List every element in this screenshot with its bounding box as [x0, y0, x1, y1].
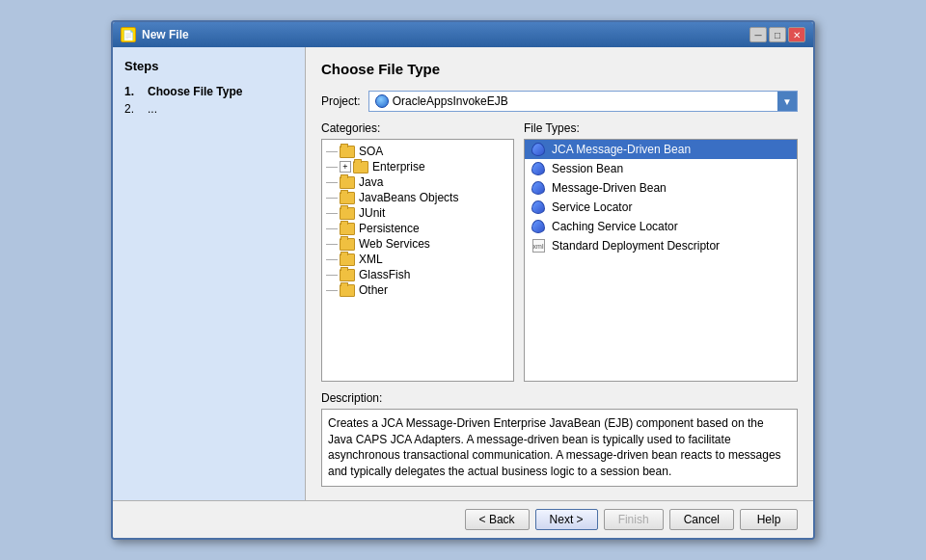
- title-bar: 📄 New File ─ □ ✕: [113, 22, 813, 47]
- category-javabeans[interactable]: JavaBeans Objects: [322, 190, 513, 205]
- category-soa-label: SOA: [359, 145, 383, 158]
- filetype-jca-mdb[interactable]: JCA Message-Driven Bean: [525, 140, 797, 159]
- categories-label: Categories:: [321, 121, 514, 135]
- category-glassfish-label: GlassFish: [359, 268, 410, 281]
- tree-line-java: [326, 182, 338, 183]
- dialog-icon: 📄: [121, 27, 136, 42]
- folder-icon-soa: [340, 146, 355, 158]
- filetype-session-bean-icon: [531, 161, 546, 176]
- filetype-caching-service-locator[interactable]: Caching Service Locator: [525, 217, 797, 236]
- category-webservices[interactable]: Web Services: [322, 236, 513, 252]
- tree-line-soa: [326, 151, 338, 152]
- back-button[interactable]: < Back: [465, 509, 530, 530]
- filetypes-panel: File Types: JCA Message-Driven Bean: [524, 121, 798, 382]
- category-other[interactable]: Other: [322, 282, 513, 298]
- filetype-service-locator-label: Service Locator: [552, 200, 632, 214]
- category-junit[interactable]: JUnit: [322, 205, 513, 221]
- filetype-standard-dd[interactable]: xml Standard Deployment Descriptor: [525, 236, 797, 255]
- category-persistence[interactable]: Persistence: [322, 221, 513, 236]
- filetype-mdb[interactable]: Message-Driven Bean: [525, 178, 797, 198]
- panels-row: Categories: SOA + En: [321, 121, 798, 382]
- project-globe-icon: [375, 94, 389, 108]
- session-bean-icon: [531, 162, 545, 175]
- folder-icon-enterprise: [353, 161, 368, 173]
- project-value: OracleAppsInvokeEJB: [393, 94, 508, 108]
- category-xml-label: XML: [359, 253, 383, 266]
- project-label: Project:: [321, 94, 361, 108]
- category-java-label: Java: [359, 175, 383, 189]
- description-label: Description:: [321, 391, 798, 405]
- step-2-label: ...: [148, 102, 157, 116]
- title-bar-buttons: ─ □ ✕: [749, 27, 805, 42]
- expand-enterprise-button[interactable]: +: [340, 161, 351, 173]
- tree-line-webservices: [326, 244, 338, 245]
- project-row: Project: OracleAppsInvokeEJB ▼: [321, 91, 798, 112]
- category-java[interactable]: Java: [322, 174, 513, 190]
- tree-line-javabeans: [326, 198, 338, 199]
- tree-line-junit: [326, 213, 338, 214]
- mdb-icon: [531, 181, 545, 195]
- category-enterprise[interactable]: + Enterprise: [322, 159, 513, 174]
- category-persistence-label: Persistence: [359, 222, 420, 235]
- filetype-mdb-label: Message-Driven Bean: [552, 181, 667, 195]
- category-soa[interactable]: SOA: [322, 144, 513, 159]
- category-webservices-label: Web Services: [359, 237, 430, 251]
- minimize-button[interactable]: ─: [749, 27, 767, 42]
- dd-file-icon: xml: [532, 239, 545, 253]
- category-xml[interactable]: XML: [322, 252, 513, 267]
- close-button[interactable]: ✕: [788, 27, 805, 42]
- step-1-label: Choose File Type: [148, 85, 242, 98]
- steps-panel: Steps 1. Choose File Type 2. ...: [113, 47, 306, 500]
- filetype-session-bean[interactable]: Session Bean: [525, 159, 797, 178]
- folder-icon-persistence: [340, 223, 355, 235]
- steps-title: Steps: [124, 59, 293, 73]
- dialog-title: New File: [142, 28, 189, 41]
- tree-line-enterprise: [326, 167, 338, 168]
- tree-line-xml: [326, 259, 338, 260]
- cancel-button[interactable]: Cancel: [669, 509, 734, 530]
- folder-icon-junit: [340, 207, 355, 220]
- filetype-jca-mdb-icon: [531, 142, 546, 157]
- file-types-list[interactable]: JCA Message-Driven Bean Session Bean: [524, 139, 798, 382]
- category-other-label: Other: [359, 283, 388, 297]
- tree-line-glassfish: [326, 275, 338, 276]
- new-file-dialog: 📄 New File ─ □ ✕ Steps 1. Choose File Ty…: [111, 20, 815, 540]
- description-section: Description: Creates a JCA Message-Drive…: [321, 391, 798, 487]
- categories-tree[interactable]: SOA + Enterprise J: [321, 139, 514, 382]
- help-button[interactable]: Help: [740, 509, 798, 530]
- category-junit-label: JUnit: [359, 206, 385, 220]
- project-dropdown-arrow[interactable]: ▼: [777, 92, 797, 111]
- filetype-jca-mdb-label: JCA Message-Driven Bean: [552, 143, 691, 156]
- main-title: Choose File Type: [321, 61, 798, 77]
- step-2-num: 2.: [124, 102, 144, 116]
- filetype-standard-dd-label: Standard Deployment Descriptor: [552, 239, 720, 253]
- category-enterprise-label: Enterprise: [372, 160, 425, 173]
- description-text: Creates a JCA Message-Driven Enterprise …: [321, 409, 798, 487]
- folder-icon-xml: [340, 253, 355, 266]
- title-bar-left: 📄 New File: [121, 27, 189, 42]
- main-panel: Choose File Type Project: OracleAppsInvo…: [306, 47, 813, 500]
- maximize-button[interactable]: □: [769, 27, 786, 42]
- tree-line-persistence: [326, 228, 338, 229]
- service-locator-icon: [531, 200, 545, 214]
- folder-icon-other: [340, 284, 355, 297]
- dialog-body: Steps 1. Choose File Type 2. ... Choose …: [113, 47, 813, 500]
- step-1-num: 1.: [124, 85, 144, 98]
- filetypes-label: File Types:: [524, 121, 798, 135]
- filetype-caching-icon: [531, 219, 546, 234]
- filetype-service-locator[interactable]: Service Locator: [525, 198, 797, 217]
- filetype-service-locator-icon: [531, 200, 546, 215]
- filetype-standard-dd-icon: xml: [531, 238, 546, 253]
- filetype-session-bean-label: Session Bean: [552, 162, 623, 175]
- step-2: 2. ...: [124, 100, 293, 118]
- category-glassfish[interactable]: GlassFish: [322, 267, 513, 282]
- next-button[interactable]: Next >: [535, 509, 598, 530]
- project-display: OracleAppsInvokeEJB: [369, 94, 777, 108]
- finish-button[interactable]: Finish: [604, 509, 664, 530]
- footer: < Back Next > Finish Cancel Help: [113, 500, 813, 538]
- bean-icon: [531, 143, 545, 156]
- filetype-mdb-icon: [531, 180, 546, 196]
- project-select[interactable]: OracleAppsInvokeEJB ▼: [368, 91, 798, 112]
- tree-line-other: [326, 290, 338, 291]
- category-javabeans-label: JavaBeans Objects: [359, 191, 458, 204]
